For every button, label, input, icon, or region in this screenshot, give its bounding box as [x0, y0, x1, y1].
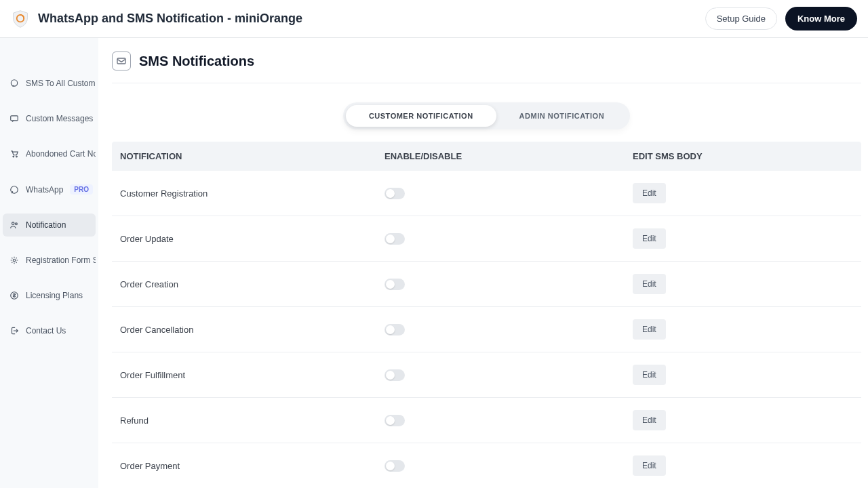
cart-icon — [9, 149, 19, 159]
sidebar-item-label: SMS To All Customers — [26, 79, 96, 88]
table-row: Refund Edit — [112, 398, 861, 443]
edit-button[interactable]: Edit — [633, 183, 666, 203]
sidebar-item-sms-all[interactable]: SMS To All Customers — [3, 72, 96, 95]
row-label: Order Cancellation — [120, 325, 384, 335]
toggle-customer-registration[interactable] — [384, 188, 405, 199]
toggle-order-creation[interactable] — [384, 279, 405, 290]
sidebar-item-label: Registration Form Set... — [26, 256, 96, 265]
tab-customer-notification[interactable]: CUSTOMER NOTIFICATION — [346, 105, 496, 127]
sidebar-item-label: Contact Us — [26, 326, 66, 336]
row-label: Refund — [120, 415, 384, 426]
topbar: WhatsApp and SMS Notification - miniOran… — [0, 0, 868, 38]
sidebar-item-label: Custom Messages — [26, 114, 93, 123]
toggle-order-cancellation[interactable] — [384, 324, 405, 336]
page-title-row: SMS Notifications — [112, 52, 861, 83]
layout: SMS To All Customers Custom Messages Abo… — [0, 38, 868, 488]
row-label: Order Payment — [120, 461, 384, 471]
svg-point-1 — [11, 80, 17, 86]
brand-logo-icon — [11, 9, 30, 28]
table-row: Order Fulfillment Edit — [112, 352, 861, 398]
edit-button[interactable]: Edit — [633, 455, 666, 476]
brand: WhatsApp and SMS Notification - miniOran… — [11, 9, 302, 28]
gear-icon — [9, 256, 19, 265]
sidebar-item-contact[interactable]: Contact Us — [3, 319, 96, 342]
message-icon — [9, 114, 19, 123]
row-label: Order Update — [120, 234, 384, 244]
notification-table: NOTIFICATION ENABLE/DISABLE EDIT SMS BOD… — [112, 142, 861, 488]
svg-point-3 — [13, 156, 14, 157]
know-more-button[interactable]: Know More — [785, 7, 857, 30]
whatsapp-icon — [9, 185, 19, 195]
sidebar-item-notification[interactable]: Notification — [3, 214, 96, 237]
chat-icon — [9, 79, 19, 88]
sidebar-item-licensing[interactable]: Licensing Plans — [3, 284, 96, 307]
svg-rect-10 — [117, 58, 125, 64]
table-row: Order Creation Edit — [112, 262, 861, 307]
tabs: CUSTOMER NOTIFICATION ADMIN NOTIFICATION — [112, 102, 861, 129]
row-label: Order Fulfillment — [120, 370, 384, 380]
table-row: Order Update Edit — [112, 216, 861, 262]
sidebar-item-registration-form[interactable]: Registration Form Set... — [3, 249, 96, 272]
sidebar: SMS To All Customers Custom Messages Abo… — [0, 38, 98, 488]
table-row: Order Payment Edit — [112, 443, 861, 488]
toggle-refund[interactable] — [384, 415, 405, 426]
sidebar-item-label: Notification — [26, 220, 66, 230]
sidebar-item-label: Abondoned Cart Noti... — [26, 149, 96, 159]
top-actions: Setup Guide Know More — [705, 7, 857, 30]
row-label: Order Creation — [120, 279, 384, 289]
sidebar-item-whatsapp[interactable]: WhatsApp PRO — [3, 178, 96, 201]
envelope-icon — [112, 52, 131, 70]
edit-button[interactable]: Edit — [633, 319, 666, 340]
users-icon — [9, 220, 19, 230]
svg-point-4 — [16, 156, 18, 157]
sidebar-item-label: WhatsApp — [26, 185, 63, 195]
sidebar-item-label: Licensing Plans — [26, 291, 83, 300]
tab-admin-notification[interactable]: ADMIN NOTIFICATION — [496, 105, 628, 127]
toggle-order-update[interactable] — [384, 233, 405, 245]
svg-point-8 — [13, 259, 16, 262]
table-row: Customer Registration Edit — [112, 171, 861, 216]
brand-title: WhatsApp and SMS Notification - miniOran… — [38, 12, 302, 26]
logout-icon — [9, 326, 19, 336]
col-header-enable: ENABLE/DISABLE — [384, 151, 633, 161]
svg-point-6 — [12, 222, 15, 225]
main: SMS Notifications CUSTOMER NOTIFICATION … — [98, 38, 868, 488]
pro-badge: PRO — [70, 184, 93, 195]
sidebar-item-custom-messages[interactable]: Custom Messages — [3, 107, 96, 130]
edit-button[interactable]: Edit — [633, 274, 666, 294]
row-label: Customer Registration — [120, 188, 384, 199]
col-header-notification: NOTIFICATION — [120, 151, 384, 161]
edit-button[interactable]: Edit — [633, 228, 666, 249]
svg-point-7 — [15, 223, 17, 225]
svg-point-5 — [11, 186, 18, 193]
setup-guide-button[interactable]: Setup Guide — [705, 7, 777, 30]
toggle-order-payment[interactable] — [384, 460, 405, 472]
sidebar-item-abandoned-cart[interactable]: Abondoned Cart Noti... — [3, 142, 96, 165]
dollar-icon — [9, 291, 19, 300]
svg-rect-2 — [11, 116, 18, 121]
col-header-edit: EDIT SMS BODY — [633, 151, 853, 161]
table-header: NOTIFICATION ENABLE/DISABLE EDIT SMS BOD… — [112, 142, 861, 171]
edit-button[interactable]: Edit — [633, 365, 666, 385]
toggle-order-fulfillment[interactable] — [384, 369, 405, 381]
edit-button[interactable]: Edit — [633, 410, 666, 430]
table-row: Order Cancellation Edit — [112, 307, 861, 352]
page-title: SMS Notifications — [139, 54, 254, 69]
